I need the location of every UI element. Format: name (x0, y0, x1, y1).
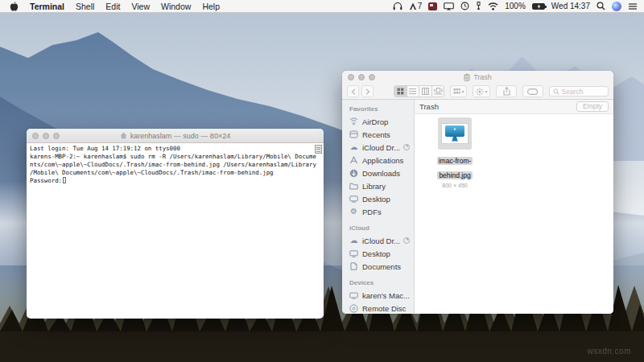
terminal-line: nts/com\~apple\~CloudDocs/.Trash/imac-fr… (30, 161, 320, 169)
terminal-cursor (63, 177, 66, 183)
headphones-icon[interactable] (393, 1, 402, 11)
share-button[interactable] (496, 85, 517, 97)
folder-title: Trash (419, 102, 439, 111)
sidebar-item-recents[interactable]: Recents (342, 128, 414, 141)
search-icon (553, 88, 559, 95)
wallpaper-watermark: wsxdn.com (587, 347, 631, 356)
zoom-button[interactable] (369, 74, 375, 80)
app-badge-count: 7 (418, 2, 423, 10)
terminal-prompt-line: Password: (30, 177, 320, 185)
sync-progress-icon (403, 237, 410, 244)
battery-icon[interactable] (532, 3, 545, 10)
menu-edit[interactable]: Edit (105, 2, 120, 11)
sidebar-section-icloud: iCloud (349, 224, 414, 232)
finder-window-title: Trash (473, 73, 492, 81)
finder-chrome: Trash (342, 71, 613, 100)
sidebar-item-remote-disc[interactable]: Remote Disc (342, 302, 414, 314)
terminal-title-bar[interactable]: karenhaslam — sudo — 80×24 (27, 129, 324, 143)
sidebar-item-downloads[interactable]: Downloads (342, 167, 414, 179)
recents-icon (349, 130, 358, 138)
clapperboard-icon[interactable] (428, 2, 437, 10)
trash-icon (464, 73, 470, 81)
arrange-button[interactable]: ▾ (450, 85, 467, 97)
file-thumbnail-selection[interactable] (438, 117, 472, 150)
sidebar-item-library[interactable]: Library (342, 179, 414, 192)
sidebar-item-pdfs[interactable]: ⚙ PDFs (342, 205, 414, 218)
time-machine-icon[interactable] (460, 1, 469, 11)
terminal-window-title: karenhaslam — sudo — 80×24 (130, 132, 230, 140)
sidebar-item-applications[interactable]: Applications (342, 154, 414, 167)
spotlight-icon[interactable] (597, 1, 605, 11)
terminal-traffic-lights (32, 133, 60, 139)
airplay-display-icon[interactable] (444, 1, 454, 11)
menu-shell[interactable]: Shell (76, 2, 94, 11)
empty-trash-button[interactable]: Empty (576, 101, 609, 112)
tags-button[interactable] (522, 85, 543, 97)
sidebar-item-icloud-drive-2[interactable]: ☁ iCloud Dr... (342, 234, 414, 247)
finder-window: Trash (342, 71, 613, 314)
view-switcher (394, 85, 444, 97)
terminal-content[interactable]: Last login: Tue Aug 14 17:19:12 on ttys0… (27, 143, 324, 319)
cloud-icon: ☁ (349, 143, 358, 151)
app-badge-icon[interactable]: 7 (409, 1, 423, 11)
downloads-icon (349, 169, 358, 178)
sidebar-section-favorites: Favorites (349, 105, 414, 113)
close-button[interactable] (32, 133, 39, 139)
terminal-line: /Mobile\ Documents/com\~apple\~CloudDocs… (30, 169, 320, 177)
finder-title-bar[interactable]: Trash (342, 71, 613, 84)
smart-folder-gear-icon: ⚙ (349, 208, 358, 216)
close-button[interactable] (348, 74, 354, 80)
icon-view-button[interactable] (394, 86, 407, 97)
notification-center-icon[interactable] (628, 1, 638, 11)
list-view-button[interactable] (407, 86, 420, 97)
menu-view[interactable]: View (131, 2, 150, 11)
search-field[interactable]: Search (549, 86, 609, 97)
siri-icon[interactable] (612, 2, 621, 11)
action-button[interactable]: ▾ (473, 85, 490, 97)
menu-clock[interactable]: Wed 14:37 (551, 2, 590, 10)
finder-toolbar: ▾ ▾ (342, 84, 613, 99)
finder-traffic-lights (348, 74, 375, 80)
menu-bar: Terminal Shell Edit View Window Help 7 (0, 0, 644, 13)
chevron-down-icon: ▾ (461, 89, 464, 94)
column-view-button[interactable] (419, 86, 432, 97)
forward-button[interactable] (361, 85, 374, 97)
home-icon (120, 132, 127, 139)
applications-icon (349, 156, 358, 164)
chevron-down-icon: ▾ (485, 89, 487, 94)
sidebar-item-karens-mac[interactable]: karen's Mac... (342, 289, 414, 302)
sidebar-item-icloud-documents[interactable]: Documents (342, 260, 414, 273)
trash-header-bar: Trash Empty (415, 100, 613, 114)
sidebar-item-airdrop[interactable]: AirDrop (342, 115, 414, 128)
sync-progress-icon (403, 144, 410, 150)
file-dimensions: 644 × 362 (431, 183, 478, 188)
sidebar-item-icloud-drive[interactable]: ☁ iCloud Dr... (342, 141, 414, 154)
file-thumbnail (441, 123, 469, 144)
terminal-window: karenhaslam — sudo — 80×24 Last login: T… (27, 129, 324, 319)
desktop-icon (349, 250, 358, 257)
apple-menu-icon[interactable] (10, 2, 19, 11)
finder-sidebar: Favorites AirDrop (342, 100, 415, 314)
coverflow-view-button[interactable] (432, 86, 444, 97)
menu-app-name[interactable]: Terminal (30, 2, 64, 11)
minimize-button[interactable] (43, 133, 49, 139)
scrollbar-marker-icon[interactable] (315, 145, 322, 154)
imac-back-image (444, 125, 465, 142)
terminal-line: Last login: Tue Aug 14 17:19:12 on ttys0… (30, 145, 320, 153)
airdrop-icon (349, 117, 358, 125)
dongle-icon[interactable] (476, 1, 481, 11)
mac-display-icon (349, 292, 358, 299)
sidebar-section-devices: Devices (349, 279, 414, 286)
file-name: imac-from-behind.jpg (437, 157, 473, 179)
zoom-button[interactable] (53, 133, 60, 139)
menu-help[interactable]: Help (202, 2, 220, 11)
finder-main-pane: Trash Empty (415, 100, 613, 314)
sidebar-item-desktop[interactable]: Desktop (342, 192, 414, 205)
wifi-icon[interactable] (488, 1, 498, 11)
file-item[interactable]: imac-from-behind.jpg 644 × 362 (431, 117, 478, 188)
sidebar-item-icloud-desktop[interactable]: Desktop (342, 247, 414, 260)
back-button[interactable] (347, 85, 359, 97)
search-placeholder: Search (562, 88, 584, 96)
menu-window[interactable]: Window (161, 2, 191, 11)
minimize-button[interactable] (358, 74, 365, 80)
